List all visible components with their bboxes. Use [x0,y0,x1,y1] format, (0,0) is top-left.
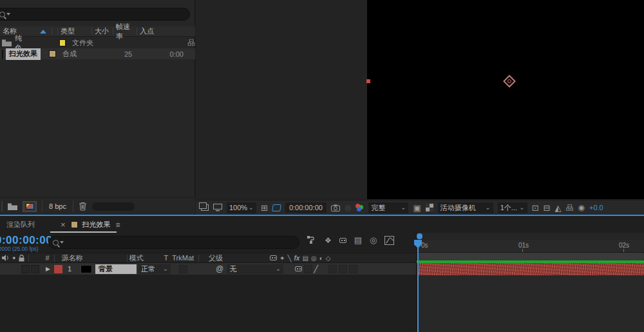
work-area-bar[interactable] [418,253,644,260]
layer-shy-switch[interactable] [295,266,302,271]
project-row-folder[interactable]: 纯色 文件夹 品 [0,37,195,48]
exposure-value[interactable]: +0.0 [589,204,603,211]
column-parent[interactable]: 父级 [207,253,262,263]
column-trkmat[interactable]: TrkMat [170,254,196,262]
item-type: 文件夹 [72,38,130,48]
preview-timecode[interactable]: 0:00:00:00 [285,202,327,213]
fx-icon[interactable]: fx [294,255,300,262]
search-icon [0,12,5,17]
graph-editor-icon[interactable] [384,236,394,245]
tab-menu-icon[interactable]: ≡ [116,220,120,229]
view-layout-dropdown[interactable]: 1个...⌄ [498,202,527,213]
column-mode[interactable]: 模式 [128,253,161,263]
motion-blur-icon[interactable]: ◎ [370,235,377,245]
layer-audio-toggle[interactable] [31,265,39,273]
fast-previews-icon[interactable]: ◭ [555,203,562,213]
composition-icon [2,50,3,58]
search-options-arrow-icon[interactable] [6,13,10,15]
transparency-grid-icon[interactable] [426,204,433,211]
lock-column-icon[interactable] [19,255,24,262]
exposure-aperture-icon[interactable]: ◉ [578,203,585,212]
layer-switch-cell[interactable] [339,265,347,273]
primary-viewer-icon[interactable] [213,204,222,211]
layer-thumbnail [80,265,92,273]
layer-parent-dropdown[interactable]: 无⌄ [227,264,283,274]
search-options-arrow-icon[interactable] [60,241,64,244]
ruler-tick [623,249,624,252]
layer-index: 1 [68,265,71,273]
timeline-panel: 渲染队列 × 扫光效果 ≡ 0:00:00:00 00000 (25.00 fp… [0,216,644,332]
layer-mode-dropdown[interactable]: 正常⌄ [138,264,171,274]
3d-layer-icon[interactable]: ◇ [326,255,331,262]
motion-blur-switch-icon[interactable]: ◎ [311,255,317,262]
column-inpoint[interactable]: 入点 [137,26,156,36]
layer-video-toggle[interactable] [21,265,30,273]
target-region-icon[interactable]: ▣ [413,203,421,213]
column-size[interactable]: 大小 [92,26,113,36]
new-composition-button[interactable] [23,201,37,212]
layer-duration-bar[interactable] [417,263,644,275]
close-tab-icon[interactable]: × [61,220,66,229]
trkmat-cell[interactable] [179,265,187,273]
layer-quality-switch[interactable]: ╱ [314,265,318,273]
tab-comp-active[interactable]: 扫光效果 [82,220,111,229]
tab-render-queue[interactable]: 渲染队列 [6,220,35,229]
timeline-search-input[interactable] [48,236,299,249]
sort-ascending-icon[interactable] [40,30,46,34]
new-folder-icon[interactable] [8,203,17,210]
composition-viewport[interactable] [367,0,644,199]
time-navigator[interactable] [417,233,644,240]
frame-blend-switch-icon[interactable]: ▤ [302,255,308,262]
quality-icon[interactable]: ╲ [288,255,292,262]
layer-switch-cell[interactable] [328,265,337,273]
project-search-input[interactable] [0,8,190,21]
number-column[interactable]: # [43,254,51,262]
always-preview-icon[interactable] [201,204,209,211]
column-t[interactable]: T [162,254,171,262]
column-type[interactable]: 类型 [58,26,91,36]
collapse-transformations-icon[interactable]: ✦ [279,255,285,262]
grid-guides-icon[interactable]: ⊞ [261,203,268,213]
channel-colors-icon[interactable] [355,204,364,211]
flowchart-icon[interactable]: 品 [566,202,574,213]
pixel-aspect-icon[interactable]: ⊟ [544,203,551,213]
frame-blending-icon[interactable]: ▤ [354,235,362,245]
audio-column-icon[interactable] [2,255,9,261]
layer-expand-arrow[interactable]: ▶ [46,266,50,272]
show-snapshot-icon[interactable]: ◎ [345,203,351,212]
layer-edge-handle[interactable] [366,79,370,83]
pick-whip-icon[interactable]: @ [216,264,223,273]
trash-icon[interactable] [79,202,87,211]
playhead-line[interactable] [417,240,419,332]
solo-column-icon[interactable]: ● [12,255,15,261]
timeline-tab-bar: 渲染队列 × 扫光效果 ≡ [0,217,644,233]
label-swatch-yellow[interactable] [59,39,66,46]
resolution-dropdown[interactable]: 完整⌄ [368,202,408,213]
snapshot-camera-icon[interactable] [331,204,340,211]
footer-scrollbar[interactable] [92,202,135,211]
project-row-comp[interactable]: 扫光效果 合成 25 0:00 [0,48,195,59]
item-inpoint: 0:00 [140,50,184,58]
layer-label-color[interactable] [54,265,62,273]
navigator-start-handle[interactable] [417,233,422,239]
view-layout-icon[interactable]: ⊡ [532,203,539,213]
camera-view-dropdown[interactable]: 活动摄像机⌄ [438,202,493,213]
current-timecode[interactable]: 0:00:00:00 [0,234,52,247]
adjustment-layer-icon[interactable]: ◐ [319,255,323,262]
layer-row[interactable]: ▶ 1 背景 正常⌄ @ 无⌄ ╱ [0,263,416,275]
shy-switch-icon[interactable] [270,255,277,260]
bit-depth-button[interactable]: 8 bpc [42,200,73,212]
layer-name[interactable]: 背景 [95,264,137,274]
item-type: 合成 [62,49,124,59]
layer-switch-cell[interactable] [349,265,357,273]
hide-shy-layers-icon[interactable] [339,238,346,243]
item-name-selected[interactable]: 扫光效果 [6,48,41,60]
column-source-name[interactable]: 源名称 [60,253,127,263]
time-ruler[interactable]: 0s 01s 02s [417,240,644,253]
region-of-interest-icon[interactable] [272,204,281,211]
magnification-dropdown[interactable]: 100%⌄ [227,202,256,213]
layer-collapse-cell[interactable] [304,265,312,273]
label-swatch-tan[interactable] [49,50,56,57]
comp-mini-flowchart-icon[interactable] [307,236,317,244]
draft-3d-icon[interactable]: ❖ [325,236,332,245]
